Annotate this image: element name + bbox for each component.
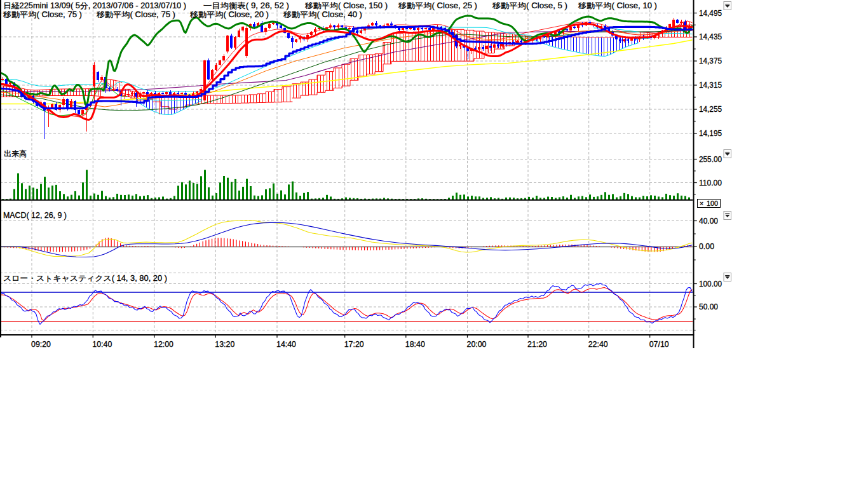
svg-text:14,315: 14,315	[699, 81, 722, 90]
svg-text:スロー・ストキャスティクス( 14, 3, 80, 20 ): スロー・ストキャスティクス( 14, 3, 80, 20 )	[3, 274, 167, 283]
svg-text:0.00: 0.00	[699, 242, 714, 251]
svg-text:移動平均( Close, 75 ): 移動平均( Close, 75 )	[97, 10, 175, 19]
svg-text:14,435: 14,435	[699, 32, 722, 41]
svg-text:100: 100	[707, 200, 718, 207]
svg-text:×: ×	[700, 200, 703, 207]
svg-text:07/10: 07/10	[649, 340, 669, 349]
svg-text:14,495: 14,495	[699, 9, 722, 18]
svg-text:20:00: 20:00	[467, 340, 487, 349]
svg-text:10:40: 10:40	[92, 340, 112, 349]
svg-text:14,375: 14,375	[699, 57, 722, 65]
svg-text:移動平均( Close, 150 ): 移動平均( Close, 150 )	[305, 1, 388, 10]
svg-text:13:20: 13:20	[215, 340, 234, 349]
svg-text:MACD( 12, 26, 9 ): MACD( 12, 26, 9 )	[3, 211, 67, 220]
svg-text:移動平均( Close, 10 ): 移動平均( Close, 10 )	[578, 1, 657, 10]
svg-text:12:00: 12:00	[154, 340, 173, 349]
svg-text:移動平均( Close, 25 ): 移動平均( Close, 25 )	[398, 1, 477, 10]
svg-text:移動平均( Close, 75 ): 移動平均( Close, 75 )	[3, 10, 82, 19]
svg-text:255.00: 255.00	[699, 155, 722, 164]
svg-text:一目均衡表( 9, 26, 52 ): 一目均衡表( 9, 26, 52 )	[203, 1, 289, 10]
svg-text:50.00: 50.00	[699, 302, 718, 311]
svg-text:22:40: 22:40	[588, 340, 608, 349]
svg-text:100.00: 100.00	[699, 280, 722, 288]
svg-text:14:40: 14:40	[276, 340, 296, 349]
svg-text:移動平均( Close, 40 ): 移動平均( Close, 40 )	[283, 10, 362, 19]
svg-text:40.00: 40.00	[699, 217, 718, 226]
svg-text:出来高: 出来高	[4, 149, 27, 158]
svg-text:移動平均( Close, 20 ): 移動平均( Close, 20 )	[190, 10, 269, 19]
svg-text:17:20: 17:20	[344, 340, 364, 349]
svg-text:14,195: 14,195	[699, 129, 722, 138]
svg-text:09:20: 09:20	[31, 340, 51, 349]
svg-text:18:40: 18:40	[405, 340, 425, 349]
svg-text:移動平均( Close, 5 ): 移動平均( Close, 5 )	[492, 1, 567, 10]
svg-text:14,255: 14,255	[699, 105, 722, 114]
svg-text:21:20: 21:20	[527, 340, 547, 349]
svg-text:日経225mini 13/09( 5分, 2013/07/0: 日経225mini 13/09( 5分, 2013/07/06 - 2013/0…	[3, 1, 186, 10]
svg-text:110.00: 110.00	[699, 179, 722, 187]
